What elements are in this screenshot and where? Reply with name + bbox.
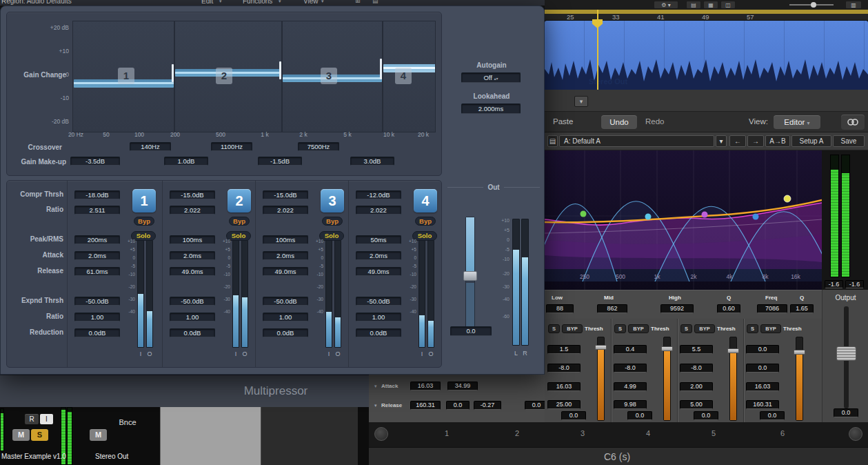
mute-button[interactable]: M: [12, 429, 30, 441]
tool-icon[interactable]: ▤: [686, 1, 701, 9]
expand-thresh-field[interactable]: -50.0dB: [263, 297, 308, 306]
undo-button[interactable]: Undo: [601, 115, 637, 129]
menu-functions[interactable]: Functions: [243, 0, 272, 5]
gain-makeup-field[interactable]: 1.0dB: [164, 157, 208, 166]
strip-solo-button[interactable]: S: [680, 324, 692, 333]
thresh-fader[interactable]: [729, 337, 737, 421]
ratio-field[interactable]: 2.511: [74, 206, 120, 215]
preset-menu-icon[interactable]: ▤: [547, 135, 558, 147]
strip-value[interactable]: 25.00: [547, 400, 581, 409]
grid-icon[interactable]: ⊞: [355, 0, 361, 4]
release-value[interactable]: 0.0: [446, 401, 470, 410]
out-fader-cap[interactable]: [463, 271, 477, 281]
release-value[interactable]: 160.31: [410, 401, 441, 410]
band-header-value[interactable]: 0.60: [717, 304, 740, 313]
strip-value[interactable]: 160.31: [746, 400, 779, 409]
reduction-field[interactable]: 0.0dB: [170, 328, 215, 337]
crossover-handle[interactable]: [172, 64, 174, 82]
band-header-value[interactable]: 862: [597, 304, 627, 313]
strip-bypass-button[interactable]: BYP: [694, 324, 715, 333]
strip-bypass-button[interactable]: BYP: [628, 324, 649, 333]
byp-button[interactable]: Byp: [134, 217, 154, 226]
meter-value-right[interactable]: -1.6: [845, 280, 864, 288]
menu-view[interactable]: View: [303, 0, 319, 5]
release-field[interactable]: 49.0ms: [170, 267, 215, 276]
byp-button[interactable]: Byp: [322, 217, 343, 226]
snap-tool-icon[interactable]: ◫: [720, 1, 736, 9]
strip-solo-button[interactable]: S: [548, 324, 560, 333]
strip-gain-value[interactable]: 0.0: [561, 411, 586, 420]
menu-edit[interactable]: Edit: [201, 0, 213, 5]
mute-button-2[interactable]: M: [90, 429, 107, 441]
expand-thresh-field[interactable]: -50.0dB: [356, 297, 401, 306]
out-fader-track[interactable]: [465, 217, 475, 335]
settings-icon[interactable]: ⚙ ▾: [654, 1, 678, 9]
strip-value[interactable]: 0.0: [746, 345, 779, 354]
thresh-fader[interactable]: [663, 337, 671, 421]
band-number[interactable]: 5: [707, 429, 720, 437]
attack-field[interactable]: 2.0ms: [74, 251, 120, 260]
release-field[interactable]: 49.0ms: [263, 267, 308, 276]
reduction-field[interactable]: 0.0dB: [356, 328, 401, 337]
ratio-field[interactable]: 2.022: [170, 206, 215, 215]
band-number[interactable]: 4: [641, 429, 655, 437]
volume-slider-thumb[interactable]: [811, 2, 816, 8]
timeline-ruler[interactable]: 25 33 41 49 57: [545, 10, 868, 21]
expand-ratio-field[interactable]: 1.00: [356, 313, 401, 321]
expand-ratio-field[interactable]: 1.00: [170, 313, 215, 321]
prev-preset-button[interactable]: ←: [729, 135, 746, 147]
zoom-tool-icon[interactable]: ▦: [703, 1, 718, 9]
attack-value[interactable]: 34.99: [447, 382, 478, 390]
band-number[interactable]: 3: [576, 429, 589, 437]
gain-graph[interactable]: 1 2 3 4: [72, 21, 436, 132]
compr-thresh-field[interactable]: -12.0dB: [356, 190, 401, 199]
expand-thresh-field[interactable]: -50.0dB: [74, 297, 120, 306]
strip-value[interactable]: 1.5: [547, 345, 581, 354]
reduction-field[interactable]: 0.0dB: [74, 328, 120, 337]
range-knob-right[interactable]: [849, 427, 862, 441]
crossover-field[interactable]: 140Hz: [130, 142, 171, 151]
eq-display[interactable]: 250 500 1k 2k 4k 8k 16k: [545, 150, 822, 290]
strip-value[interactable]: 5.5: [680, 345, 713, 354]
strip-value[interactable]: 9.98: [614, 400, 647, 409]
crossover-handle[interactable]: [380, 59, 382, 79]
link-button[interactable]: [841, 115, 865, 130]
setup-a-button[interactable]: Setup A: [791, 135, 831, 147]
thresh-fader[interactable]: [597, 337, 605, 421]
compr-thresh-field[interactable]: -18.0dB: [74, 190, 120, 199]
ratio-field[interactable]: 2.022: [356, 206, 401, 215]
band-number[interactable]: 1: [440, 429, 454, 437]
crossover-handle[interactable]: [279, 61, 281, 79]
output-value[interactable]: 0.0: [834, 408, 858, 417]
peak-rms-field[interactable]: 100ms: [170, 235, 215, 244]
list-icon[interactable]: ▤: [372, 0, 379, 4]
release-value[interactable]: 0.0: [525, 401, 545, 410]
expand-thresh-field[interactable]: -50.0dB: [170, 297, 215, 306]
next-preset-button[interactable]: →: [747, 135, 764, 147]
track-name-2[interactable]: Stereo Out: [95, 453, 128, 460]
audio-region[interactable]: Stereo Out: [545, 21, 868, 90]
strip-bypass-button[interactable]: BYP: [562, 324, 583, 333]
attack-field[interactable]: 2.0ms: [263, 251, 308, 260]
gain-makeup-field[interactable]: 3.0dB: [350, 157, 394, 166]
expand-ratio-field[interactable]: 1.00: [74, 313, 120, 321]
strip-solo-button[interactable]: S: [614, 324, 626, 333]
autogain-select[interactable]: Off ▴▾: [461, 72, 521, 83]
peak-rms-field[interactable]: 200ms: [74, 235, 120, 244]
expand-ratio-field[interactable]: 1.00: [263, 313, 308, 321]
preset-name-field[interactable]: A: Default A: [559, 135, 714, 147]
strip-value[interactable]: -8.0: [547, 364, 581, 373]
byp-button[interactable]: Byp: [229, 217, 250, 226]
gain-makeup-field[interactable]: -1.5dB: [258, 157, 302, 166]
c6-window-titlebar[interactable]: C6 (s): [369, 447, 868, 465]
strip-value[interactable]: 16.03: [746, 382, 779, 391]
paste-button[interactable]: Paste: [553, 117, 573, 126]
strip-value[interactable]: 5.00: [680, 400, 713, 409]
crossover-field[interactable]: 7500Hz: [298, 142, 339, 151]
redo-button[interactable]: Redo: [645, 117, 665, 126]
strip-bypass-button[interactable]: BYP: [760, 324, 781, 333]
strip-gain-value[interactable]: 0.0: [627, 411, 652, 420]
attack-value[interactable]: 16.03: [410, 382, 441, 390]
release-field[interactable]: 49.0ms: [356, 267, 401, 276]
band-header-value[interactable]: 1.65: [790, 304, 814, 313]
